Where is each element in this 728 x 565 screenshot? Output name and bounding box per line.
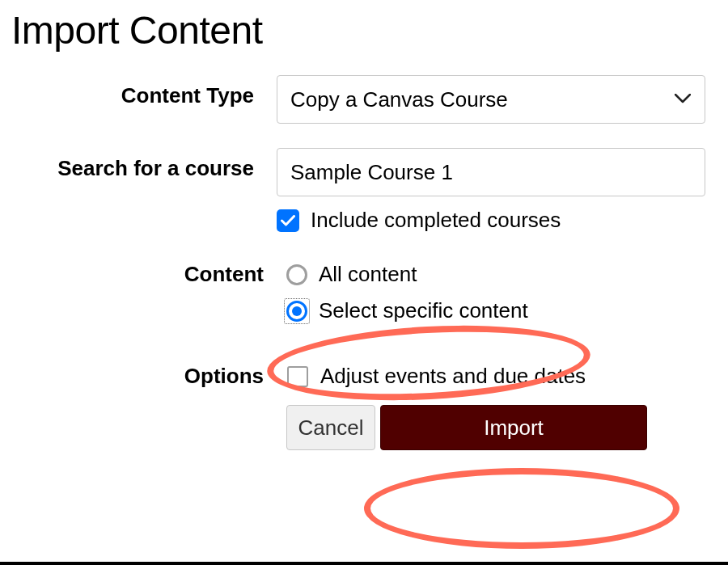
adjust-dates-checkbox[interactable] [287, 366, 308, 387]
checkmark-icon [281, 215, 295, 226]
import-button[interactable]: Import [380, 405, 647, 450]
button-row: Cancel Import [286, 405, 705, 450]
row-options: Options Adjust events and due dates Canc… [11, 364, 717, 450]
row-content: Content All content Select specific cont… [11, 262, 717, 335]
radio-all-label: All content [319, 262, 417, 287]
label-content: Content [11, 262, 286, 287]
include-completed-label: Include completed courses [311, 208, 561, 233]
annotation-ellipse-import [364, 468, 679, 549]
label-options: Options [11, 364, 286, 389]
page-title: Import Content [11, 8, 717, 53]
label-content-type: Content Type [11, 75, 277, 108]
row-include-completed: Include completed courses [277, 208, 705, 233]
radio-specific-label: Select specific content [319, 298, 528, 323]
include-completed-checkbox[interactable] [277, 209, 299, 232]
content-type-select[interactable]: Copy a Canvas Course [277, 75, 705, 124]
radio-row-all: All content [286, 262, 705, 287]
bottom-border [0, 562, 728, 565]
cancel-button[interactable]: Cancel [286, 405, 375, 450]
row-search-course: Search for a course Include completed co… [11, 148, 717, 233]
adjust-dates-label: Adjust events and due dates [320, 364, 586, 389]
row-content-type: Content Type Copy a Canvas Course [11, 75, 717, 124]
radio-specific-content[interactable] [286, 301, 307, 322]
radio-all-content[interactable] [286, 264, 307, 285]
row-adjust-dates: Adjust events and due dates [286, 364, 705, 389]
search-course-input[interactable] [277, 148, 705, 196]
label-search-course: Search for a course [11, 148, 277, 181]
radio-row-specific: Select specific content [286, 298, 705, 323]
